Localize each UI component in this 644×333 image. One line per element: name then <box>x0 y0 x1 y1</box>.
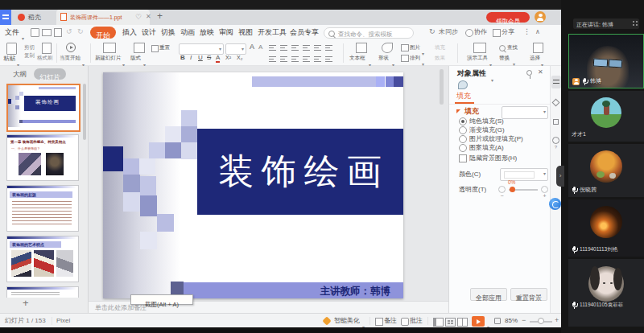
save-icon[interactable] <box>31 28 39 37</box>
menu-tab-transition[interactable]: 切换 <box>161 29 175 36</box>
play-current-label[interactable]: 当页开始 <box>60 56 80 61</box>
textbox-icon[interactable] <box>356 43 367 53</box>
sync-icon[interactable] <box>429 28 436 35</box>
underline-button[interactable]: U <box>198 55 203 61</box>
play-current-icon[interactable] <box>66 43 76 52</box>
tab-outline[interactable]: 大纲 <box>13 71 27 78</box>
fill-section-arrow-icon[interactable] <box>456 109 460 113</box>
font-color-button[interactable]: A <box>216 55 220 63</box>
panel-collapse-handle[interactable]: › <box>556 166 564 187</box>
menu-tab-animation[interactable]: 动画 <box>180 29 195 36</box>
comments-label[interactable]: 批注 <box>410 318 423 324</box>
redo-icon[interactable] <box>77 28 84 35</box>
share-label[interactable]: 分享 <box>502 29 514 35</box>
paste-label[interactable]: 粘贴 <box>3 56 15 62</box>
user-avatar[interactable] <box>535 11 546 23</box>
participant-tile-2[interactable]: 才才1 <box>568 91 644 142</box>
participant-tile-5[interactable]: 1119401105袁菲菲 <box>568 259 644 327</box>
slides-scrollbar[interactable] <box>83 84 86 140</box>
layout-label[interactable]: 版式 <box>130 56 141 61</box>
slide-title-band[interactable]: 装饰绘画 <box>197 129 403 215</box>
menu-tab-slideshow[interactable]: 放映 <box>200 29 214 36</box>
share-icon[interactable] <box>493 29 501 37</box>
help-strip-icon[interactable]: ? <box>552 137 559 144</box>
zoom-handle[interactable] <box>538 318 544 324</box>
numbering-icon[interactable] <box>280 44 287 51</box>
sorter-view-icon[interactable] <box>445 318 456 327</box>
beautify-label[interactable]: 智能美化 <box>334 318 360 324</box>
undo-icon[interactable] <box>66 28 72 35</box>
layout-icon[interactable] <box>134 43 145 53</box>
present-tools-icon[interactable] <box>473 43 486 53</box>
menu-tab-view[interactable]: 视图 <box>238 29 253 36</box>
bold-button[interactable]: B <box>180 55 185 61</box>
slide-thumbnail-1[interactable]: 装饰绘画 <box>6 84 80 132</box>
canvas-scrollbar[interactable] <box>440 69 444 105</box>
slide-thumbnail-3[interactable]: 装饰画的起源 <box>6 185 79 232</box>
arrange-label[interactable]: 排列 <box>410 56 420 61</box>
slideshow-play-button[interactable] <box>472 316 485 327</box>
shrink-font-button[interactable]: A <box>258 44 262 51</box>
menu-file[interactable]: 文件 <box>5 29 19 36</box>
format-painter-icon[interactable] <box>42 43 52 54</box>
strike-button[interactable]: S <box>207 55 211 61</box>
object-properties-strip-icon[interactable] <box>551 76 561 88</box>
collab-label[interactable]: 协作 <box>474 29 487 35</box>
paste-icon[interactable] <box>6 43 17 55</box>
menu-tab-insert[interactable]: 插入 <box>122 29 137 36</box>
menu-tab-home[interactable]: 开始 <box>90 27 116 39</box>
gradient-fill-radio[interactable] <box>459 126 467 134</box>
command-search-box[interactable]: 查找命令、搜索模板 <box>324 27 414 39</box>
panel-grid-icon[interactable] <box>633 21 638 26</box>
collab-icon[interactable] <box>465 29 473 37</box>
copy-button[interactable]: 复制 <box>24 53 35 59</box>
reset-label[interactable]: 重置 <box>159 45 170 51</box>
format-painter-label[interactable]: 格式刷 <box>37 56 53 61</box>
preview-icon[interactable] <box>54 28 62 37</box>
indent-decrease-icon[interactable] <box>291 44 299 51</box>
favorite-icon[interactable] <box>135 14 142 21</box>
reset-background-button[interactable]: 重置背景 <box>510 288 547 301</box>
tab-slides[interactable]: 幻灯片 <box>34 68 66 80</box>
slide[interactable]: 装饰绘画 主讲教师：韩博 <box>103 72 403 298</box>
participant-tile-1[interactable]: 韩博 <box>568 34 644 88</box>
fill-tab-label[interactable]: 填充 <box>456 92 471 100</box>
wps-home-tab[interactable] <box>0 10 11 25</box>
replace-label[interactable]: 替换 <box>499 56 510 61</box>
print-icon[interactable] <box>42 29 52 36</box>
present-tools-label[interactable]: 演示工具 <box>467 56 488 61</box>
collapse-ribbon-icon[interactable] <box>535 29 540 35</box>
properties-title-caret[interactable] <box>491 72 493 84</box>
assistant-icon[interactable] <box>549 198 561 210</box>
color-combo[interactable] <box>500 168 548 181</box>
zoom-level[interactable]: 85% <box>505 318 518 324</box>
font-size-combo[interactable] <box>225 43 246 55</box>
superscript-button[interactable]: X² <box>225 55 231 60</box>
picture-fill-label[interactable]: 图片或纹理填充(P) <box>469 136 523 142</box>
align-center-icon[interactable] <box>280 56 287 63</box>
transparency-handle[interactable] <box>510 187 515 192</box>
effects-strip-icon[interactable] <box>552 99 560 107</box>
shape-label[interactable]: 形状 <box>378 56 389 61</box>
picture-icon[interactable] <box>401 44 409 51</box>
fit-slide-icon[interactable] <box>494 318 501 324</box>
slide-thumbnail-2[interactable]: 第一章 装饰画的概念、种类及特点 一、什么是装饰画？ <box>6 134 79 181</box>
close-tab-icon[interactable] <box>146 14 151 20</box>
pattern-fill-radio[interactable] <box>459 144 467 152</box>
menu-tab-devtools[interactable]: 开发工具 <box>258 29 287 36</box>
new-slide-icon[interactable] <box>103 43 116 53</box>
align-left-icon[interactable] <box>269 56 276 63</box>
menu-tab-design[interactable]: 设计 <box>142 29 156 36</box>
sync-status-label[interactable]: 未同步 <box>439 29 458 35</box>
slide-thumbnail-5[interactable] <box>6 286 79 298</box>
zoom-out-icon[interactable]: − <box>522 317 526 324</box>
textbox-label[interactable]: 文本框 <box>349 56 365 61</box>
gradient-fill-label[interactable]: 渐变填充(G) <box>469 127 505 134</box>
shape-icon[interactable] <box>382 43 393 53</box>
close-panel-icon[interactable] <box>538 69 543 76</box>
slide-thumbnail-4[interactable]: 装饰画的艺术特点 <box>6 236 79 282</box>
reset-icon[interactable] <box>151 45 159 52</box>
picture-label[interactable]: 图片 <box>410 45 420 51</box>
new-slide-label[interactable]: 新建幻灯片 <box>95 56 122 61</box>
text-direction-icon[interactable] <box>325 44 332 51</box>
